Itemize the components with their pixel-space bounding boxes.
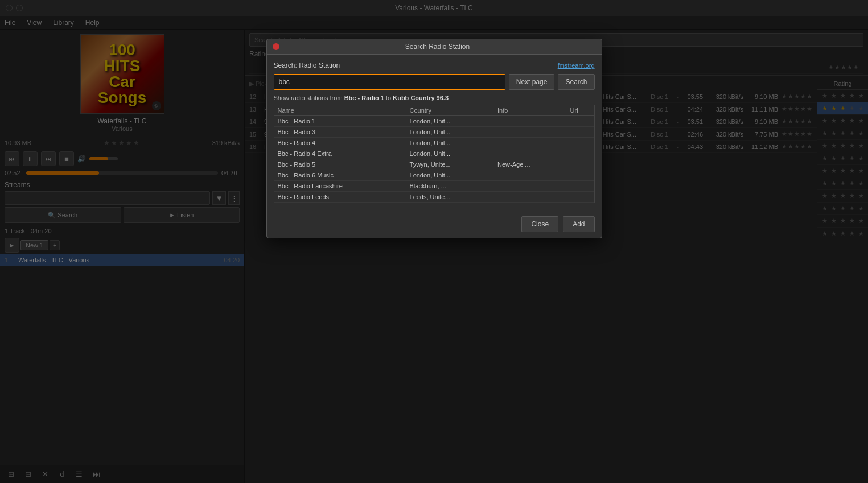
station-country-4: Tywyn, Unite... [406,159,495,170]
modal-title: Search Radio Station [279,43,596,51]
station-info-3 [494,148,567,159]
station-row[interactable]: Bbc - Radio Lancashire Blackburn, ... [274,181,594,192]
station-row[interactable]: Bbc - Radio 6 Music London, Unit... [274,170,594,181]
station-url-2 [567,138,594,148]
modal-range-from: Bbc - Radio 1 [344,94,384,101]
col-name: Name [274,105,406,116]
station-url-0 [567,116,594,127]
station-country-5: London, Unit... [406,170,495,181]
station-country-1: London, Unit... [406,127,495,138]
station-row[interactable]: Bbc - Radio 3 London, Unit... [274,127,594,138]
station-country-3: London, Unit... [406,148,495,159]
station-info-5 [494,170,567,181]
col-country: Country [406,105,495,116]
station-url-6 [567,181,594,192]
station-url-5 [567,170,594,181]
station-name-0: Bbc - Radio 1 [274,116,406,127]
modal-fmstream-link[interactable]: fmstream.org [558,62,595,69]
modal-input-row: Next page Search [274,74,595,90]
col-info: Info [494,105,567,116]
station-country-7: Leeds, Unite... [406,192,495,203]
col-url: Url [567,105,594,116]
stations-table: Name Country Info Url Bbc - Radio 1 Lond… [274,105,594,203]
station-info-6 [494,181,567,192]
modal-titlebar: Search Radio Station [267,39,602,55]
station-row[interactable]: Bbc - Radio 4 London, Unit... [274,138,594,148]
station-name-6: Bbc - Radio Lancashire [274,181,406,192]
station-info-4: New-Age ... [494,159,567,170]
modal-next-page-button[interactable]: Next page [509,74,555,90]
modal-body: Search: Radio Station fmstream.org Next … [267,55,602,210]
station-row[interactable]: Bbc - Radio 4 Extra London, Unit... [274,148,594,159]
modal-search-header: Search: Radio Station fmstream.org [274,61,595,69]
station-info-2 [494,138,567,148]
modal-footer: Close Add [267,210,602,238]
station-row[interactable]: Bbc - Radio 5 Tywyn, Unite... New-Age ..… [274,159,594,170]
modal-range-text: Show radio stations from Bbc - Radio 1 t… [274,94,595,101]
station-name-1: Bbc - Radio 3 [274,127,406,138]
station-info-7 [494,192,567,203]
modal-range-to: Kubb Country 96.3 [393,94,449,101]
station-country-2: London, Unit... [406,138,495,148]
modal-add-button[interactable]: Add [563,216,594,232]
station-info-1 [494,127,567,138]
station-name-4: Bbc - Radio 5 [274,159,406,170]
station-name-2: Bbc - Radio 4 [274,138,406,148]
search-radio-modal: Search Radio Station Search: Radio Stati… [266,39,602,238]
stations-scroll[interactable]: Name Country Info Url Bbc - Radio 1 Lond… [274,105,595,203]
station-url-3 [567,148,594,159]
modal-close-footer-button[interactable]: Close [521,216,558,232]
station-row[interactable]: Bbc - Radio 1 London, Unit... [274,116,594,127]
station-row[interactable]: Bbc - Radio Leeds Leeds, Unite... [274,192,594,203]
station-url-4 [567,159,594,170]
modal-search-label: Search: Radio Station [274,61,340,69]
modal-close-button[interactable] [273,43,279,50]
station-name-3: Bbc - Radio 4 Extra [274,148,406,159]
modal-search-input[interactable] [274,74,505,90]
station-name-5: Bbc - Radio 6 Music [274,170,406,181]
modal-search-button[interactable]: Search [558,74,594,90]
station-info-0 [494,116,567,127]
modal-overlay: Search Radio Station Search: Radio Stati… [0,0,868,483]
station-country-0: London, Unit... [406,116,495,127]
station-name-7: Bbc - Radio Leeds [274,192,406,203]
station-url-7 [567,192,594,203]
station-country-6: Blackburn, ... [406,181,495,192]
station-url-1 [567,127,594,138]
